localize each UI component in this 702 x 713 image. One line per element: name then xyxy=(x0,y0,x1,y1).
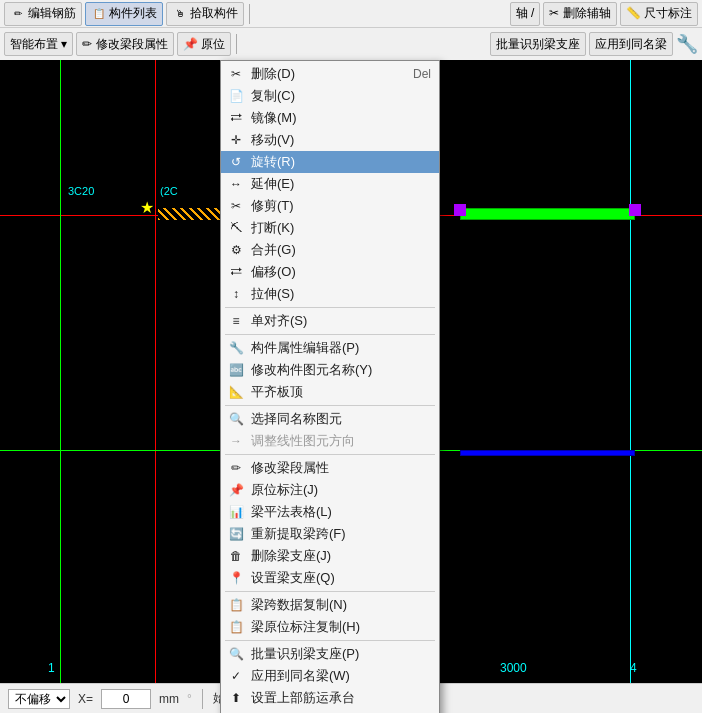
menu-icon-31: 🔍 xyxy=(227,645,245,663)
beam-label-3c20: 3C20 xyxy=(68,185,94,197)
del-aux-axis-btn[interactable]: ✂ 删除辅轴 xyxy=(543,2,616,26)
menu-item-3[interactable]: ✛移动(V) xyxy=(221,129,439,151)
menu-item-9[interactable]: ⮂偏移(O) xyxy=(221,261,439,283)
axis-btn[interactable]: 轴 / xyxy=(510,2,541,26)
grid-num-1: 1 xyxy=(48,661,55,675)
hatch-beam xyxy=(158,208,223,220)
toolbar-row2: 智能布置 ▾ ✏ 修改梁段属性 📌 原位 批量识别梁支座 应用到同名梁 🔧 xyxy=(0,28,702,60)
menu-icon-5: ↔ xyxy=(227,175,245,193)
menu-icon-9: ⮂ xyxy=(227,263,245,281)
menu-item-5[interactable]: ↔延伸(E) xyxy=(221,173,439,195)
menu-item-10[interactable]: ↕拉伸(S) xyxy=(221,283,439,305)
expand-icon[interactable]: 🔧 xyxy=(676,33,698,55)
x-input[interactable] xyxy=(101,689,151,709)
menu-item-33[interactable]: ⬆设置上部筋运承台 xyxy=(221,687,439,709)
menu-item-29[interactable]: 📋梁原位标注复制(H) xyxy=(221,616,439,638)
pick-icon: 🖱 xyxy=(172,6,188,22)
menu-item-25[interactable]: 🗑删除梁支座(J) xyxy=(221,545,439,567)
menu-icon-12: ≡ xyxy=(227,312,245,330)
menu-item-23[interactable]: 📊梁平法表格(L) xyxy=(221,501,439,523)
menu-item-14[interactable]: 🔧构件属性编辑器(P) xyxy=(221,337,439,359)
menu-label-0: 删除(D) xyxy=(251,65,295,83)
modify-beam-prop-btn[interactable]: ✏ 修改梁段属性 xyxy=(76,32,173,56)
smart-layout-btn[interactable]: 智能布置 ▾ xyxy=(4,32,73,56)
menu-label-33: 设置上部筋运承台 xyxy=(251,689,355,707)
beam-endpoint-left xyxy=(454,204,466,216)
menu-item-26[interactable]: 📍设置梁支座(Q) xyxy=(221,567,439,589)
menu-label-22: 原位标注(J) xyxy=(251,481,318,499)
axis-line-4 xyxy=(630,60,631,683)
menu-icon-23: 📊 xyxy=(227,503,245,521)
menu-item-18[interactable]: 🔍选择同名称图元 xyxy=(221,408,439,430)
menu-icon-15: 🔤 xyxy=(227,361,245,379)
menu-label-10: 拉伸(S) xyxy=(251,285,294,303)
menu-label-6: 修剪(T) xyxy=(251,197,294,215)
menu-item-12[interactable]: ≡单对齐(S) xyxy=(221,310,439,332)
menu-label-23: 梁平法表格(L) xyxy=(251,503,332,521)
menu-icon-7: ⛏ xyxy=(227,219,245,237)
warning-marker: ★ xyxy=(140,198,154,217)
menu-item-0[interactable]: ✂删除(D)Del xyxy=(221,63,439,85)
menu-label-1: 复制(C) xyxy=(251,87,295,105)
menu-item-6[interactable]: ✂修剪(T) xyxy=(221,195,439,217)
menu-item-16[interactable]: 📐平齐板顶 xyxy=(221,381,439,403)
menu-item-24[interactable]: 🔄重新提取梁跨(F) xyxy=(221,523,439,545)
menu-label-14: 构件属性编辑器(P) xyxy=(251,339,359,357)
menu-label-4: 旋转(R) xyxy=(251,153,295,171)
pick-component-btn[interactable]: 🖱 拾取构件 xyxy=(166,2,244,26)
menu-label-18: 选择同名称图元 xyxy=(251,410,342,428)
menu-label-12: 单对齐(S) xyxy=(251,312,307,330)
menu-label-3: 移动(V) xyxy=(251,131,294,149)
menu-icon-10: ↕ xyxy=(227,285,245,303)
menu-label-28: 梁跨数据复制(N) xyxy=(251,596,347,614)
menu-label-5: 延伸(E) xyxy=(251,175,294,193)
edit-steel-btn[interactable]: ✏ 编辑钢筋 xyxy=(4,2,82,26)
menu-item-15[interactable]: 🔤修改构件图元名称(Y) xyxy=(221,359,439,381)
apply-same-beam-btn[interactable]: 应用到同名梁 xyxy=(589,32,673,56)
dim-btn[interactable]: 📏 尺寸标注 xyxy=(620,2,698,26)
menu-item-8[interactable]: ⚙合并(G) xyxy=(221,239,439,261)
beam-endpoint-right xyxy=(629,204,641,216)
offset-select[interactable]: 不偏移 xyxy=(8,689,70,709)
component-list-btn[interactable]: 📋 构件列表 xyxy=(85,2,163,26)
menu-item-32[interactable]: ✓应用到同名梁(W) xyxy=(221,665,439,687)
batch-identify-btn[interactable]: 批量识别梁支座 xyxy=(490,32,586,56)
blue-beam xyxy=(460,450,635,456)
original-pos-btn[interactable]: 📌 原位 xyxy=(177,32,231,56)
menu-icon-25: 🗑 xyxy=(227,547,245,565)
menu-icon-33: ⬆ xyxy=(227,689,245,707)
menu-label-24: 重新提取梁跨(F) xyxy=(251,525,346,543)
menu-item-7[interactable]: ⛏打断(K) xyxy=(221,217,439,239)
menu-item-1[interactable]: 📄复制(C) xyxy=(221,85,439,107)
menu-icon-14: 🔧 xyxy=(227,339,245,357)
menu-separator-27 xyxy=(225,591,435,592)
context-menu: ✂删除(D)Del📄复制(C)⮂镜像(M)✛移动(V)↺旋转(R)↔延伸(E)✂… xyxy=(220,60,440,713)
menu-icon-29: 📋 xyxy=(227,618,245,636)
menu-item-19: →调整线性图元方向 xyxy=(221,430,439,452)
separator2 xyxy=(236,34,237,54)
menu-separator-11 xyxy=(225,307,435,308)
menu-item-34[interactable]: ⬇设置下部筋运承台 xyxy=(221,709,439,713)
menu-icon-1: 📄 xyxy=(227,87,245,105)
menu-icon-2: ⮂ xyxy=(227,109,245,127)
menu-label-32: 应用到同名梁(W) xyxy=(251,667,350,685)
list-icon: 📋 xyxy=(91,6,107,22)
toolbar-row1: ✏ 编辑钢筋 📋 构件列表 🖱 拾取构件 轴 / ✂ 删除辅轴 📏 尺寸标注 xyxy=(0,0,702,28)
menu-item-28[interactable]: 📋梁跨数据复制(N) xyxy=(221,594,439,616)
menu-item-31[interactable]: 🔍批量识别梁支座(P) xyxy=(221,643,439,665)
menu-label-25: 删除梁支座(J) xyxy=(251,547,331,565)
menu-icon-16: 📐 xyxy=(227,383,245,401)
menu-separator-30 xyxy=(225,640,435,641)
menu-label-7: 打断(K) xyxy=(251,219,294,237)
menu-label-15: 修改构件图元名称(Y) xyxy=(251,361,372,379)
x-label: X= xyxy=(78,692,93,706)
menu-item-2[interactable]: ⮂镜像(M) xyxy=(221,107,439,129)
menu-icon-8: ⚙ xyxy=(227,241,245,259)
status-sep xyxy=(202,689,203,709)
menu-item-4[interactable]: ↺旋转(R) xyxy=(221,151,439,173)
menu-item-21[interactable]: ✏修改梁段属性 xyxy=(221,457,439,479)
menu-item-22[interactable]: 📌原位标注(J) xyxy=(221,479,439,501)
menu-label-29: 梁原位标注复制(H) xyxy=(251,618,360,636)
menu-label-31: 批量识别梁支座(P) xyxy=(251,645,359,663)
grid-num-4: 4 xyxy=(630,661,637,675)
